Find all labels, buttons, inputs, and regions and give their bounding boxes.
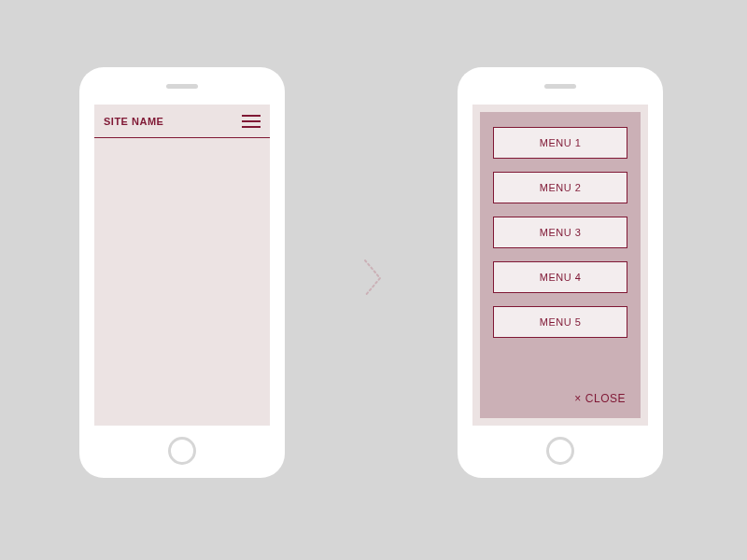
menu-item-3[interactable]: MENU 3 <box>493 217 627 248</box>
menu-item-2[interactable]: MENU 2 <box>493 172 627 203</box>
phone-home-button <box>168 437 196 465</box>
menu-overlay-panel: MENU 1 MENU 2 MENU 3 MENU 4 MENU 5 × CLO… <box>480 112 641 418</box>
phone-speaker <box>166 84 198 89</box>
menu-item-4[interactable]: MENU 4 <box>493 261 627 293</box>
app-header: SITE NAME <box>94 105 270 138</box>
menu-list: MENU 1 MENU 2 MENU 3 MENU 4 MENU 5 <box>493 127 627 338</box>
transition-arrow-icon <box>359 255 388 305</box>
phone-frame-closed: SITE NAME <box>79 67 285 478</box>
close-label: CLOSE <box>585 392 626 405</box>
hamburger-menu-icon[interactable] <box>242 112 261 131</box>
close-menu-button[interactable]: × CLOSE <box>493 386 627 409</box>
phone-frame-open: MENU 1 MENU 2 MENU 3 MENU 4 MENU 5 × CLO… <box>458 67 663 478</box>
phone-screen-open: MENU 1 MENU 2 MENU 3 MENU 4 MENU 5 × CLO… <box>472 105 648 426</box>
menu-item-5[interactable]: MENU 5 <box>493 306 627 338</box>
phone-screen-closed: SITE NAME <box>94 105 270 426</box>
phone-home-button <box>546 437 574 465</box>
site-name-label: SITE NAME <box>104 116 163 127</box>
phone-speaker <box>544 84 576 89</box>
menu-item-1[interactable]: MENU 1 <box>493 127 627 159</box>
close-icon: × <box>574 393 582 404</box>
